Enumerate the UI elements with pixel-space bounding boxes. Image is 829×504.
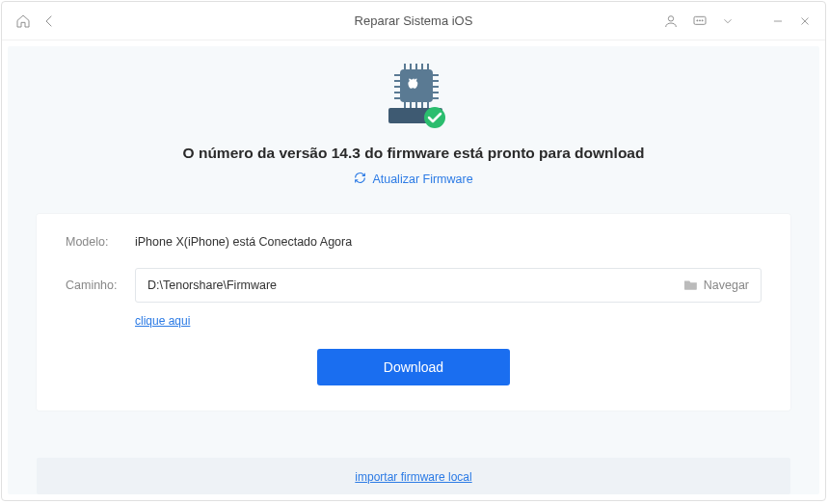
model-value: iPhone X(iPhone) está Conectado Agora xyxy=(135,235,352,249)
path-input[interactable] xyxy=(147,279,684,292)
chevron-down-icon[interactable] xyxy=(721,14,735,28)
refresh-icon xyxy=(354,172,366,187)
path-row: Caminho: Navegar xyxy=(66,268,762,303)
titlebar: Reparar Sistema iOS xyxy=(2,2,825,40)
feedback-icon[interactable] xyxy=(692,13,708,29)
window-title: Reparar Sistema iOS xyxy=(355,13,473,28)
refresh-label: Atualizar Firmware xyxy=(372,172,472,186)
home-icon[interactable] xyxy=(15,13,31,29)
browse-label: Navegar xyxy=(704,279,749,292)
folder-icon xyxy=(684,279,698,293)
hero-section: O número da versão 14.3 do firmware está… xyxy=(183,64,645,187)
svg-point-2 xyxy=(697,19,698,20)
firmware-panel: Modelo: iPhone X(iPhone) está Conectado … xyxy=(37,214,790,411)
path-label: Caminho: xyxy=(66,279,135,292)
minimize-icon[interactable] xyxy=(771,14,785,28)
app-window: Reparar Sistema iOS xyxy=(1,1,826,501)
close-icon[interactable] xyxy=(798,14,812,28)
download-button[interactable]: Download xyxy=(317,349,510,385)
click-here-link[interactable]: clique aqui xyxy=(135,314,762,328)
model-row: Modelo: iPhone X(iPhone) está Conectado … xyxy=(66,235,762,249)
model-label: Modelo: xyxy=(66,235,135,249)
titlebar-left xyxy=(15,13,58,29)
headline: O número da versão 14.3 do firmware está… xyxy=(183,145,645,162)
svg-point-4 xyxy=(702,19,703,20)
svg-point-27 xyxy=(424,107,445,128)
import-local-link[interactable]: importar firmware local xyxy=(355,470,471,484)
user-icon[interactable] xyxy=(663,13,679,29)
svg-point-0 xyxy=(668,15,673,20)
svg-point-3 xyxy=(699,19,700,20)
titlebar-right xyxy=(663,13,812,29)
refresh-firmware-link[interactable]: Atualizar Firmware xyxy=(354,172,472,187)
content-body: O número da versão 14.3 do firmware está… xyxy=(8,46,819,494)
browse-button[interactable]: Navegar xyxy=(684,279,749,293)
footer-bar: importar firmware local xyxy=(37,458,790,494)
back-icon[interactable] xyxy=(42,13,58,29)
path-input-wrap: Navegar xyxy=(135,268,762,303)
chip-illustration xyxy=(375,64,452,131)
